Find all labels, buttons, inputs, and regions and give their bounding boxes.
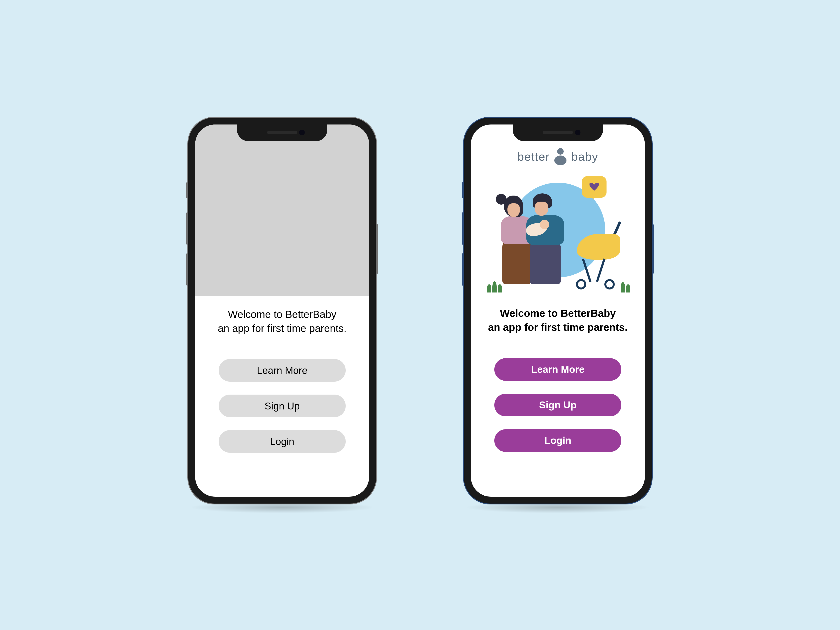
hero-image-placeholder (195, 125, 369, 296)
speaker-icon (543, 131, 573, 134)
welcome-line-1: Welcome to BetterBaby (488, 306, 628, 321)
wireframe-mockup: Welcome to BetterBaby an app for first t… (187, 117, 377, 513)
learn-more-button[interactable]: Learn More (494, 358, 621, 381)
logo-text-left: better (517, 150, 549, 163)
final-content: Welcome to BetterBaby an app for first t… (471, 295, 645, 465)
welcome-heading: Welcome to BetterBaby an app for first t… (218, 308, 347, 336)
phone-frame-silver: Welcome to BetterBaby an app for first t… (187, 117, 377, 504)
baby-figure-icon (554, 148, 567, 165)
wireframe-content: Welcome to BetterBaby an app for first t… (195, 296, 369, 466)
sign-up-button[interactable]: Sign Up (219, 395, 346, 417)
phone-frame-blue: better baby (463, 117, 653, 504)
camera-icon (575, 129, 581, 135)
learn-more-button[interactable]: Learn More (219, 359, 346, 382)
camera-icon (299, 129, 305, 135)
welcome-heading: Welcome to BetterBaby an app for first t… (488, 306, 628, 335)
login-button[interactable]: Login (494, 429, 621, 452)
speech-bubble-icon (582, 176, 606, 198)
final-screen: better baby (471, 125, 645, 497)
welcome-line-2: an app for first time parents. (218, 322, 347, 336)
logo-text-right: baby (571, 150, 598, 163)
final-design-mockup: better baby (463, 117, 653, 513)
welcome-line-1: Welcome to BetterBaby (218, 308, 347, 322)
heart-icon (589, 182, 599, 192)
phone-notch (237, 124, 327, 141)
welcome-line-2: an app for first time parents. (488, 321, 628, 335)
sign-up-button[interactable]: Sign Up (494, 394, 621, 416)
login-button[interactable]: Login (219, 430, 346, 453)
stroller-icon (570, 221, 625, 289)
hero-illustration (471, 170, 645, 295)
speaker-icon (267, 131, 297, 134)
wireframe-screen: Welcome to BetterBaby an app for first t… (195, 125, 369, 497)
parents-figure (492, 187, 574, 291)
phone-notch (513, 124, 603, 141)
